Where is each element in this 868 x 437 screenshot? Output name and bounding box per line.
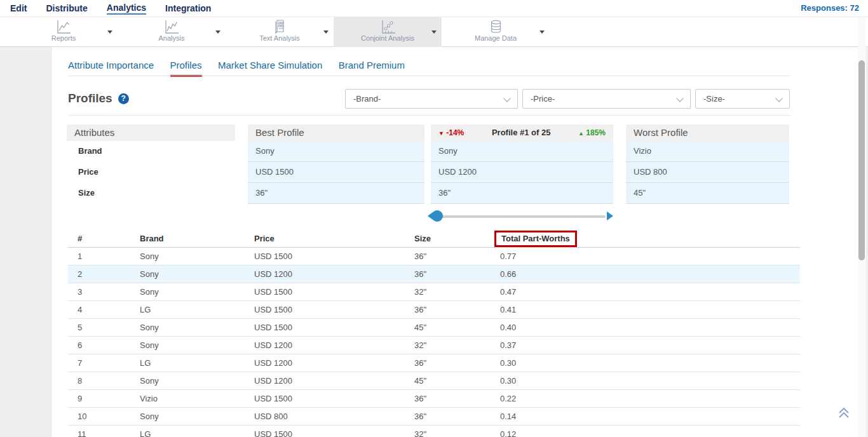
manage-data-button[interactable]: Manage Data xyxy=(442,17,550,47)
cell-number: 4 xyxy=(78,301,140,318)
size-filter-select[interactable]: -Size- xyxy=(695,89,790,109)
cell-number: 7 xyxy=(78,354,140,372)
cell-size: 36" xyxy=(414,248,500,265)
profile-slider[interactable] xyxy=(431,210,613,222)
worst-profile-price: USD 800 xyxy=(626,162,789,183)
triangle-down-icon: ▼ xyxy=(438,130,444,137)
table-row[interactable]: 1 Sony USD 1500 36" 0.77 xyxy=(68,248,800,266)
table-row[interactable]: 9 Vizio USD 1500 36" 0.22 xyxy=(68,390,800,408)
cell-size: 45" xyxy=(414,319,500,336)
cell-total-part-worths: 0.14 xyxy=(500,408,800,425)
dropdown-caret-icon[interactable] xyxy=(323,30,329,34)
current-profile-brand: Sony xyxy=(431,141,613,162)
tab-market-share-simulation[interactable]: Market Share Simulation xyxy=(218,60,322,75)
app-window: Edit Distribute Analytics Integration Re… xyxy=(0,0,868,437)
tab-profiles[interactable]: Profiles xyxy=(170,60,202,77)
table-row[interactable]: 11 LG USD 1500 32" 0.12 xyxy=(68,426,800,437)
cell-total-part-worths: 0.30 xyxy=(500,372,800,389)
ribbon-button-label: Reports xyxy=(10,34,118,42)
nav-item-distribute[interactable]: Distribute xyxy=(46,3,87,13)
column-header-number: # xyxy=(78,230,140,248)
attributes-header: Attributes xyxy=(67,124,235,141)
dropdown-caret-icon[interactable] xyxy=(107,30,112,34)
table-row[interactable]: 3 Sony USD 1500 32" 0.47 xyxy=(68,283,800,301)
worst-profile-header: Worst Profile xyxy=(626,124,789,141)
cell-price: USD 1200 xyxy=(254,354,414,372)
scroll-to-top-button[interactable] xyxy=(836,405,851,420)
cell-total-part-worths: 0.22 xyxy=(500,390,800,407)
title-row: Profiles ? xyxy=(68,91,129,105)
header-divider xyxy=(68,115,790,116)
dropdown-caret-icon[interactable] xyxy=(539,30,545,34)
cell-total-part-worths: 0.40 xyxy=(500,319,800,336)
conjoint-analysis-button[interactable]: Conjoint Analysis xyxy=(334,17,442,47)
table-row[interactable]: 4 LG USD 1500 36" 0.41 xyxy=(68,301,800,319)
cell-size: 32" xyxy=(414,426,500,437)
cell-size: 36" xyxy=(414,408,500,425)
cell-brand: Sony xyxy=(140,408,254,425)
reports-button[interactable]: Reports xyxy=(10,17,118,47)
cell-number: 11 xyxy=(78,426,140,437)
cell-brand: Sony xyxy=(140,319,254,336)
cell-total-part-worths: 0.77 xyxy=(500,248,800,265)
chevron-down-icon xyxy=(503,95,510,102)
tab-attribute-importance[interactable]: Attribute Importance xyxy=(68,60,154,75)
price-filter-select[interactable]: -Price- xyxy=(522,89,691,109)
brand-filter-select[interactable]: -Brand- xyxy=(345,89,518,109)
table-row[interactable]: 7 LG USD 1200 36" 0.30 xyxy=(68,354,800,372)
cell-price: USD 1200 xyxy=(254,337,414,354)
subtab-divider xyxy=(68,76,790,76)
analysis-button[interactable]: Analysis xyxy=(118,17,226,47)
cell-price: USD 1500 xyxy=(254,319,414,336)
best-profile-price: USD 1500 xyxy=(248,162,424,183)
table-row[interactable]: 10 Sony USD 800 36" 0.14 xyxy=(68,408,800,426)
dropdown-caret-icon[interactable] xyxy=(431,30,437,34)
slider-next-arrow-icon[interactable] xyxy=(607,212,613,220)
table-row[interactable]: 2 Sony USD 1200 36" 0.66 xyxy=(68,266,800,283)
cell-price: USD 1200 xyxy=(254,372,414,389)
cell-number: 2 xyxy=(78,266,140,283)
current-profile-card: ▼ -14% Profile #1 of 25 ▲ 185% Sony USD … xyxy=(431,124,613,204)
cell-total-part-worths: 0.66 xyxy=(500,266,800,283)
cell-number: 10 xyxy=(78,408,140,425)
tab-brand-premium[interactable]: Brand Premium xyxy=(339,60,405,75)
nav-item-integration[interactable]: Integration xyxy=(165,3,211,13)
cell-total-part-worths: 0.12 xyxy=(500,426,800,437)
attribute-label-brand: Brand xyxy=(67,141,235,162)
cell-price: USD 1500 xyxy=(254,426,414,437)
nav-item-analytics[interactable]: Analytics xyxy=(107,3,146,15)
table-header-row: # Brand Price Size Total Part-Worths xyxy=(68,230,800,248)
table-row[interactable]: 6 Sony USD 1200 32" 0.37 xyxy=(68,337,800,354)
ribbon-button-label: Manage Data xyxy=(442,34,550,42)
table-row[interactable]: 5 Sony USD 1500 45" 0.40 xyxy=(68,319,800,337)
text-analysis-icon xyxy=(271,19,288,35)
table-body: 1 Sony USD 1500 36" 0.77 2 Sony USD 1200… xyxy=(68,248,800,437)
text-analysis-button[interactable]: Text Analysis xyxy=(226,17,334,47)
current-profile-price: USD 1200 xyxy=(431,162,613,183)
worst-profile-size: 45" xyxy=(626,183,789,204)
vertical-scrollbar[interactable] xyxy=(858,17,866,437)
attributes-panel: Attributes Brand Price Size xyxy=(67,124,235,204)
table-row[interactable]: 8 Sony USD 1200 45" 0.30 xyxy=(68,372,800,390)
analysis-chart-icon xyxy=(163,19,180,35)
slider-track[interactable] xyxy=(436,215,606,218)
conjoint-analysis-icon xyxy=(379,19,397,35)
help-icon[interactable]: ? xyxy=(118,93,129,104)
chevron-down-icon xyxy=(775,95,782,102)
cell-brand: LG xyxy=(140,426,254,437)
part-worths-table: # Brand Price Size Total Part-Worths 1 S… xyxy=(68,230,800,437)
cell-price: USD 1200 xyxy=(254,266,414,283)
cell-total-part-worths: 0.37 xyxy=(500,337,800,354)
best-profile-size: 36" xyxy=(248,183,424,204)
slider-handle[interactable] xyxy=(431,210,443,222)
dropdown-caret-icon[interactable] xyxy=(215,30,220,34)
cell-size: 45" xyxy=(414,372,500,389)
scrollbar-thumb[interactable] xyxy=(858,60,865,260)
size-filter-value: -Size- xyxy=(703,94,725,104)
top-nav: Edit Distribute Analytics Integration Re… xyxy=(0,0,868,17)
column-header-size: Size xyxy=(414,230,500,248)
cell-total-part-worths: 0.41 xyxy=(500,301,800,318)
responses-count[interactable]: Responses: 72 xyxy=(801,3,859,13)
nav-item-edit[interactable]: Edit xyxy=(10,3,27,13)
cell-size: 36" xyxy=(414,390,500,407)
